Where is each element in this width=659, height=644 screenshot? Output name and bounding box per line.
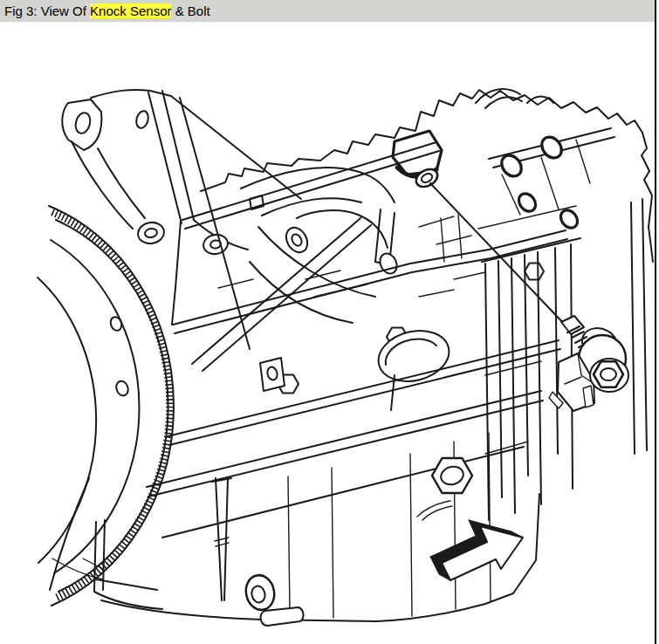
knock-sensor-assembly [430,183,628,411]
flexplate-hole [109,315,124,332]
bracket-wedge-edge [171,96,301,199]
dipstick-tube [212,478,231,600]
mount-tab [260,358,285,391]
drain-boss [243,572,278,613]
sensor-hex-nut [594,361,623,387]
flexplate-hole [114,380,130,397]
knock-sensor-leader-line [430,183,566,325]
flywheel-ring-gear [38,206,174,606]
ring-gear-inner-rim [56,220,168,592]
bracket-hole [134,110,150,130]
flexplate-edge [38,277,96,563]
figure-illustration [0,0,659,644]
knock-sensor [549,328,628,411]
bracket-boss [136,221,166,246]
hex-bolt [525,264,544,280]
direction-arrow-icon [430,520,523,580]
pan-strip [261,607,304,626]
bracket-wedge-edge [180,98,250,349]
ring-gear-outer-rim [49,206,174,606]
bolt-hole [558,207,581,231]
drain-plug-hex [432,458,472,493]
oil-pan [52,391,543,626]
content-border [655,0,656,644]
bracket-boss [202,233,229,257]
ring-gear-teeth [52,212,170,599]
